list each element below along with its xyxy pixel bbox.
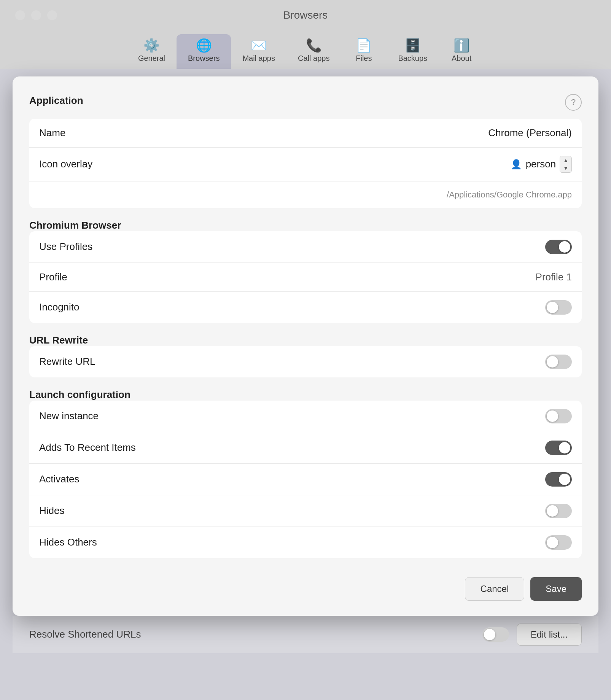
toolbar: ⚙️ General 🌐 Browsers ✉️ Mail apps 📞 Cal… xyxy=(0,30,611,69)
adds-to-recent-toggle-knob xyxy=(559,442,570,453)
new-instance-label: New instance xyxy=(39,410,99,422)
toolbar-label-call-apps: Call apps xyxy=(298,54,329,63)
application-section-header: Application ? xyxy=(29,92,582,113)
rewrite-url-label: Rewrite URL xyxy=(39,356,95,368)
profile-value: Profile 1 xyxy=(536,271,572,283)
toolbar-label-mail-apps: Mail apps xyxy=(242,54,275,63)
maximize-button[interactable] xyxy=(47,10,57,20)
toolbar-item-files[interactable]: 📄 Files xyxy=(341,34,387,69)
stepper-down-button[interactable]: ▼ xyxy=(560,164,571,172)
app-path-row: /Applications/Google Chrome.app xyxy=(29,181,582,208)
use-profiles-toggle-knob xyxy=(559,241,570,253)
url-rewrite-section-title: URL Rewrite xyxy=(29,334,88,346)
below-modal-row: Resolve Shortened URLs Edit list... xyxy=(13,616,598,653)
hides-others-toggle[interactable] xyxy=(545,535,572,550)
name-value: Chrome (Personal) xyxy=(488,127,572,139)
adds-to-recent-toggle[interactable] xyxy=(545,441,572,455)
icon-overlay-stepper[interactable]: ▲ ▼ xyxy=(560,156,572,173)
application-section-title: Application xyxy=(29,95,83,107)
toolbar-item-mail-apps[interactable]: ✉️ Mail apps xyxy=(231,34,286,69)
toolbar-item-about[interactable]: ℹ️ About xyxy=(439,34,484,69)
incognito-row: Incognito xyxy=(29,292,582,323)
hides-row: Hides xyxy=(29,495,582,527)
modal-dialog: Application ? Name Chrome (Personal) Ico… xyxy=(13,76,598,616)
profile-row: Profile Profile 1 xyxy=(29,263,582,292)
window-title: Browsers xyxy=(283,9,328,21)
hides-others-label: Hides Others xyxy=(39,536,97,548)
activates-label: Activates xyxy=(39,473,80,485)
hides-others-row: Hides Others xyxy=(29,527,582,558)
app-path-value: /Applications/Google Chrome.app xyxy=(447,190,572,200)
about-icon: ℹ️ xyxy=(453,39,469,52)
close-button[interactable] xyxy=(15,10,25,20)
adds-to-recent-label: Adds To Recent Items xyxy=(39,442,136,453)
stepper-up-button[interactable]: ▲ xyxy=(560,156,571,164)
save-button[interactable]: Save xyxy=(530,577,582,601)
toolbar-label-general: General xyxy=(138,54,165,63)
browsers-icon: 🌐 xyxy=(196,39,212,52)
resolve-shortened-urls-label: Resolve Shortened URLs xyxy=(29,628,141,640)
call-apps-icon: 📞 xyxy=(306,39,322,52)
url-rewrite-settings-card: Rewrite URL xyxy=(29,346,582,377)
activates-row: Activates xyxy=(29,464,582,495)
application-settings-card: Name Chrome (Personal) Icon overlay 👤 pe… xyxy=(29,119,582,208)
new-instance-row: New instance xyxy=(29,401,582,432)
incognito-label: Incognito xyxy=(39,301,80,313)
help-button[interactable]: ? xyxy=(565,94,582,111)
hides-toggle[interactable] xyxy=(545,504,572,518)
rewrite-url-row: Rewrite URL xyxy=(29,346,582,377)
toolbar-item-backups[interactable]: 🗄️ Backups xyxy=(387,34,439,69)
icon-overlay-value: person xyxy=(526,158,556,170)
launch-section-title: Launch configuration xyxy=(29,389,130,400)
modal-footer: Cancel Save xyxy=(29,570,582,601)
cancel-button[interactable]: Cancel xyxy=(465,577,525,601)
title-bar: Browsers xyxy=(0,0,611,30)
use-profiles-toggle[interactable] xyxy=(545,240,572,254)
icon-overlay-control[interactable]: 👤 person ▲ ▼ xyxy=(511,156,572,173)
toolbar-label-browsers: Browsers xyxy=(188,54,220,63)
icon-overlay-row: Icon overlay 👤 person ▲ ▼ xyxy=(29,148,582,181)
hides-toggle-knob xyxy=(547,505,558,517)
activates-toggle-knob xyxy=(559,474,570,485)
window-controls xyxy=(15,10,57,20)
backups-icon: 🗄️ xyxy=(405,39,421,52)
incognito-toggle-knob xyxy=(547,302,558,313)
name-label: Name xyxy=(39,127,65,139)
adds-to-recent-row: Adds To Recent Items xyxy=(29,432,582,464)
chromium-section-title: Chromium Browser xyxy=(29,220,121,231)
minimize-button[interactable] xyxy=(31,10,41,20)
rewrite-url-toggle-knob xyxy=(547,356,558,368)
rewrite-url-toggle[interactable] xyxy=(545,355,572,369)
new-instance-toggle-knob xyxy=(547,410,558,422)
toolbar-label-backups: Backups xyxy=(398,54,427,63)
toolbar-item-call-apps[interactable]: 📞 Call apps xyxy=(286,34,341,69)
hides-others-toggle-knob xyxy=(547,537,558,548)
main-content: Application ? Name Chrome (Personal) Ico… xyxy=(0,69,611,700)
icon-overlay-label: Icon overlay xyxy=(39,158,92,170)
resolve-shortened-urls-toggle-knob xyxy=(484,629,495,640)
chromium-settings-card: Use Profiles Profile Profile 1 Incognito xyxy=(29,231,582,323)
use-profiles-row: Use Profiles xyxy=(29,231,582,263)
mail-apps-icon: ✉️ xyxy=(251,39,267,52)
launch-settings-card: New instance Adds To Recent Items Activa… xyxy=(29,401,582,558)
toolbar-item-browsers[interactable]: 🌐 Browsers xyxy=(177,34,231,69)
toolbar-item-general[interactable]: ⚙️ General xyxy=(127,34,177,69)
toolbar-label-files: Files xyxy=(356,54,372,63)
toolbar-label-about: About xyxy=(452,54,471,63)
use-profiles-label: Use Profiles xyxy=(39,241,92,253)
general-icon: ⚙️ xyxy=(143,39,159,52)
activates-toggle[interactable] xyxy=(545,472,572,487)
resolve-shortened-urls-toggle[interactable] xyxy=(482,627,509,642)
edit-list-button[interactable]: Edit list... xyxy=(517,624,582,646)
hides-label: Hides xyxy=(39,505,64,517)
incognito-toggle[interactable] xyxy=(545,300,572,315)
name-row: Name Chrome (Personal) xyxy=(29,119,582,148)
profile-label: Profile xyxy=(39,271,67,283)
new-instance-toggle[interactable] xyxy=(545,409,572,423)
files-icon: 📄 xyxy=(356,39,372,52)
person-icon: 👤 xyxy=(511,159,522,170)
